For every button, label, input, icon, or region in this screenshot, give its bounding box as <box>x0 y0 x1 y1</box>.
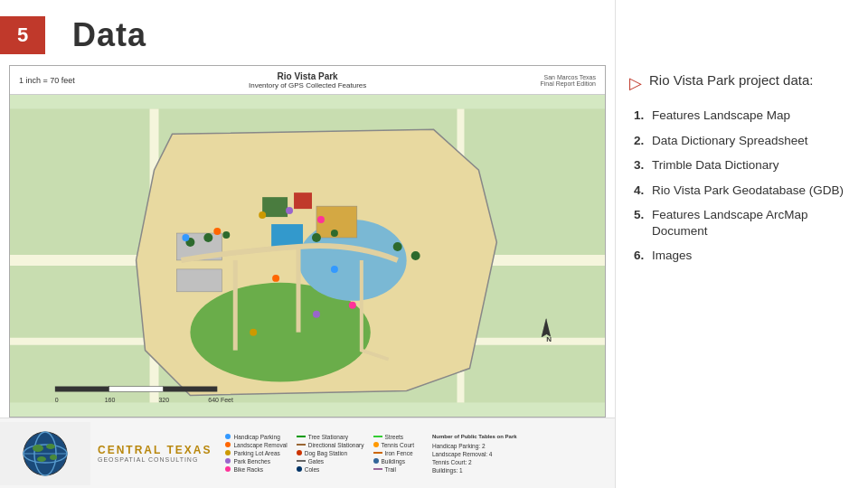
svg-rect-35 <box>55 387 109 392</box>
footer-brand: CENTRAL TeXAS GEOSPATIAL CONSULTING <box>98 444 212 463</box>
map-scale: 1 inch = 70 feet <box>19 76 75 85</box>
svg-rect-10 <box>176 269 222 292</box>
map-title-bar: 1 inch = 70 feet Rio Vista Park Inventor… <box>10 66 605 95</box>
legend-item-11: Streets <box>373 434 415 440</box>
slide-number: 5 <box>17 23 28 47</box>
map-location: San Marcos Texas <box>541 74 596 80</box>
map-title-center: Rio Vista Park Inventory of GPS Collecte… <box>75 71 541 89</box>
svg-point-26 <box>317 216 325 223</box>
list-text-2: Data Dictionary Spreadsheet <box>652 133 808 149</box>
map-edition: Final Report Edition <box>541 80 596 87</box>
legend-item-3: Parking Lot Areas <box>225 450 287 456</box>
svg-point-46 <box>33 445 43 452</box>
map-title-right: San Marcos Texas Final Report Edition <box>541 74 596 87</box>
svg-rect-11 <box>262 197 288 217</box>
left-panel: 5 Data 1 inch = 70 feet Rio Vista Park I… <box>0 0 615 488</box>
globe-svg <box>22 430 69 477</box>
svg-point-48 <box>37 456 46 462</box>
svg-point-17 <box>222 231 230 239</box>
legend-item-4: Park Benches <box>225 458 287 465</box>
map-title-line2: Inventory of GPS Collected Features <box>75 81 541 89</box>
list-num-4: 4. <box>634 183 652 199</box>
svg-rect-13 <box>271 224 303 247</box>
svg-point-20 <box>393 242 402 251</box>
list-text-5: Features Landscape ArcMap Document <box>652 207 850 239</box>
svg-point-27 <box>331 266 338 273</box>
slide-number-tab: 5 <box>0 16 45 54</box>
list-num-2: 2. <box>634 133 652 149</box>
legend-item-15: Trail <box>373 466 415 473</box>
legend-item-5: Bike Racks <box>225 466 287 473</box>
list-num-3: 3. <box>634 157 652 174</box>
bullet-header: ▷ Rio Vista Park project data: <box>629 72 850 93</box>
legend-item-9: Gates <box>297 458 364 465</box>
svg-point-49 <box>50 455 57 460</box>
legend-item-10: Coles <box>297 466 364 473</box>
list-item-3: 3. Trimble Data Dictionary <box>634 157 850 174</box>
svg-point-29 <box>313 311 320 318</box>
map-svg: N 0 160 320 640 Feet <box>10 66 605 417</box>
legend-area: Handicap Parking Landscape Removal Parki… <box>225 434 516 474</box>
legend-item-14: Buildings <box>373 458 415 465</box>
svg-point-30 <box>349 302 356 309</box>
svg-text:0: 0 <box>55 397 59 403</box>
legend-item-1: Handicap Parking <box>225 434 287 440</box>
svg-point-19 <box>331 230 338 237</box>
list-item-5: 5. Features Landscape ArcMap Document <box>634 207 850 239</box>
legend-item-13: Iron Fence <box>373 450 415 456</box>
footer-logo <box>0 422 90 485</box>
svg-point-25 <box>286 207 293 214</box>
svg-point-28 <box>272 275 279 282</box>
list-item-4: 4. Rio Vista Park Geodatabase (GDB) <box>634 183 850 199</box>
list-text-3: Trimble Data Dictionary <box>652 157 779 174</box>
legend-item-7: Directional Stationary <box>297 442 364 448</box>
svg-point-23 <box>213 228 221 235</box>
svg-text:640 Feet: 640 Feet <box>208 397 233 403</box>
svg-point-22 <box>182 234 189 241</box>
legend-col-counts: Number of Public Tables on Park Handicap… <box>432 434 517 474</box>
svg-point-21 <box>411 251 420 260</box>
list-num-5: 5. <box>634 207 652 239</box>
legend-item-8: Dog Bag Station <box>297 450 364 456</box>
legend-item-12: Tennis Court <box>373 442 415 448</box>
footer-area: CENTRAL TeXAS GEOSPATIAL CONSULTING Hand… <box>0 418 615 488</box>
right-panel: ▷ Rio Vista Park project data: 1. Featur… <box>615 0 868 488</box>
svg-point-47 <box>46 444 55 449</box>
svg-point-24 <box>259 211 266 219</box>
svg-rect-12 <box>294 192 312 209</box>
slide-title: Data <box>72 16 146 54</box>
footer-brand-name: CENTRAL TeXAS <box>98 444 212 456</box>
map-container: 1 inch = 70 feet Rio Vista Park Inventor… <box>9 65 606 418</box>
list-text-4: Rio Vista Park Geodatabase (GDB) <box>652 183 844 199</box>
svg-rect-37 <box>163 387 217 392</box>
legend-columns: Handicap Parking Landscape Removal Parki… <box>225 434 516 474</box>
svg-point-18 <box>312 233 321 242</box>
footer-brand-sub: GEOSPATIAL CONSULTING <box>98 456 212 463</box>
bullet-header-text: Rio Vista Park project data: <box>649 72 813 88</box>
svg-text:N: N <box>546 335 552 343</box>
numbered-list: 1. Features Landscape Map 2. Data Dictio… <box>634 108 850 273</box>
svg-text:320: 320 <box>159 397 170 403</box>
legend-col-3: Streets Tennis Court Iron Fence Building… <box>373 434 415 474</box>
svg-rect-36 <box>109 387 164 392</box>
bullet-arrow-icon: ▷ <box>629 73 642 93</box>
list-item-6: 6. Images <box>634 248 850 264</box>
legend-col-1: Handicap Parking Landscape Removal Parki… <box>225 434 287 474</box>
list-num-6: 6. <box>634 248 652 264</box>
legend-item-6: Tree Stationary <box>297 434 364 440</box>
list-text-1: Features Landscape Map <box>652 108 790 124</box>
svg-point-31 <box>250 329 257 336</box>
list-num-1: 1. <box>634 108 652 124</box>
list-text-6: Images <box>652 248 692 264</box>
list-item-2: 2. Data Dictionary Spreadsheet <box>634 133 850 149</box>
legend-item-2: Landscape Removal <box>225 442 287 448</box>
legend-col-2: Tree Stationary Directional Stationary D… <box>297 434 364 474</box>
svg-point-16 <box>203 233 212 242</box>
map-title-line1: Rio Vista Park <box>75 71 541 81</box>
svg-text:160: 160 <box>105 397 116 403</box>
list-item-1: 1. Features Landscape Map <box>634 108 850 124</box>
